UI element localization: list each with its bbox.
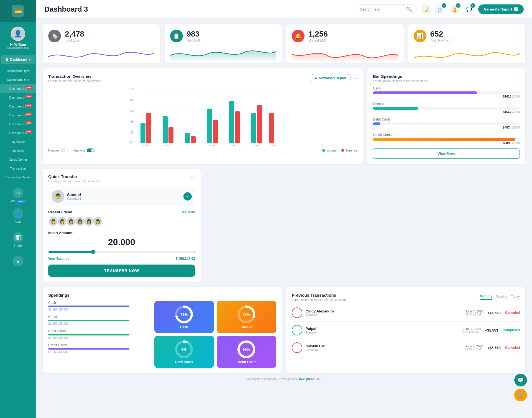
- sidebar-item-dashboard-7[interactable]: Dashboard 7 New: [0, 120, 36, 129]
- sidebar-item-transaction[interactable]: Transaction: [0, 164, 36, 173]
- notifications-badge: 12: [456, 3, 461, 8]
- sidebar-item-dashboard-5[interactable]: Dashboard 5 New: [0, 102, 36, 111]
- legend-income: Income: [322, 149, 336, 152]
- sidebar-item-dashboard-3[interactable]: Dashboard 3 New: [0, 84, 36, 93]
- quick-transfer-title: Quick Transfer: [48, 174, 103, 179]
- new-badge-5: New: [25, 104, 32, 107]
- spending-bar-debit: Debit Cards $487 /10000: [373, 117, 520, 129]
- friend-avatar-4[interactable]: 👩: [75, 216, 85, 226]
- svg-text:Wed: Wed: [209, 144, 215, 146]
- footer-brand-link[interactable]: DexignLab: [299, 377, 314, 381]
- donut-debit-label: Debit cards: [175, 360, 193, 364]
- message-icon: 💬: [466, 7, 472, 12]
- see-more-link[interactable]: See More: [181, 210, 195, 214]
- more-options-button[interactable]: ···: [353, 75, 357, 81]
- cms-icon: ⚙: [13, 188, 23, 198]
- friend-avatar-1[interactable]: 👩: [48, 216, 58, 226]
- bottom-row: Spendings Cash $1,567 /$5,000: [43, 287, 525, 373]
- sidebar-item-cms[interactable]: ⚙ CMSNew ›: [0, 184, 36, 205]
- analytics-toggle[interactable]: [87, 148, 94, 152]
- generate-report-button[interactable]: Generate Report 📈: [478, 4, 524, 14]
- stat-card-total-loan: 🏷️ 2,478 Total Loan: [43, 24, 160, 63]
- total-payment-icon: 📊: [414, 30, 426, 42]
- balance-label: Your Balance: [48, 257, 69, 261]
- balance-value: $ 456,345.62: [176, 257, 195, 261]
- amount-slider[interactable]: [48, 250, 195, 254]
- legend-expense: Expense: [341, 149, 357, 152]
- svg-text:Sat: Sat: [271, 144, 276, 146]
- view-more-button[interactable]: View More: [373, 148, 520, 159]
- grid-icon: ⊞: [6, 58, 8, 61]
- spendings-title: Spendings: [48, 293, 276, 298]
- friend-avatar-6[interactable]: 👩: [93, 216, 103, 226]
- tab-today[interactable]: Today: [511, 294, 520, 300]
- legend-analytics: Analytics: [73, 148, 94, 152]
- total-loan-number: 2,478: [65, 30, 84, 39]
- download-report-button[interactable]: ⬇ Download Report: [310, 74, 351, 82]
- sidebar-item-apps[interactable]: 🔷 Apps ›: [0, 205, 36, 229]
- svg-text:71%: 71%: [180, 312, 188, 317]
- unpaid-emi-icon: 🔔: [292, 30, 305, 42]
- sidebar-item-dashboard-light[interactable]: Dashboard Light: [0, 66, 36, 75]
- svg-rect-27: [229, 101, 234, 143]
- theme-toggle-button[interactable]: 🌙: [421, 4, 431, 14]
- support-fab[interactable]: 💬: [514, 374, 527, 386]
- logo-icon: 💳: [12, 5, 24, 17]
- page-title: Dashboard 3: [44, 5, 88, 14]
- sidebar-user: 👤 Hi,William william@gmail.com: [7, 22, 29, 53]
- sidebar-item-dashboard-dark[interactable]: Dashboard Dark: [0, 75, 36, 84]
- friend-avatar-2[interactable]: 👩: [57, 216, 67, 226]
- sidebar-item-favorites[interactable]: ★: [0, 253, 36, 270]
- transfer-now-button[interactable]: TRANSFER NOW: [48, 265, 195, 277]
- spending-list-checks: Checks $1,567 /$5,000: [48, 315, 150, 325]
- sidebar-item-transaction-details[interactable]: Transaction Details: [0, 173, 36, 182]
- friend-avatar-5[interactable]: 👩: [84, 216, 94, 226]
- sidebar-item-dashboard-8[interactable]: Dashboard 8 New: [0, 129, 36, 137]
- sidebar-item-cards-center[interactable]: Cards Center: [0, 155, 36, 164]
- svg-text:100: 100: [130, 88, 135, 91]
- friend-avatar-3[interactable]: 👩: [66, 216, 76, 226]
- search-box[interactable]: 🔍: [356, 4, 417, 14]
- sidebar-item-invoices[interactable]: Invoices: [0, 146, 36, 155]
- stat-card-total-payment: 📊 652 Total Payment: [408, 24, 526, 63]
- new-badge: New: [25, 86, 32, 89]
- svg-text:0: 0: [130, 141, 132, 144]
- cart-badge: 2: [442, 3, 446, 8]
- svg-text:Mon: Mon: [164, 144, 170, 146]
- middle-row: Transaction Overview Lorem ipsum dolor s…: [43, 68, 525, 282]
- sidebar-item-dashboard-4[interactable]: Dashboard 4 New: [0, 93, 36, 102]
- expense-dot: [341, 149, 344, 152]
- total-payment-label: Total Payment: [430, 39, 451, 42]
- donut-credit-label: Credit Cards: [236, 360, 256, 364]
- search-input[interactable]: [360, 7, 404, 11]
- unpaid-emi-label: Unpaid EMI: [308, 39, 328, 42]
- spending-bars: Cash $1415 /2000 Checks: [373, 86, 520, 145]
- spending-list-cash: Cash $1,567 /$5,000: [48, 301, 150, 311]
- sidebar-item-dashboard-6[interactable]: Dashboard 6 New: [0, 111, 36, 120]
- cart-icon: 🛒: [438, 7, 443, 12]
- table-row: ↑ Cindy Alexandro Transfer June 5, 2020 …: [292, 304, 520, 322]
- spending-list: Cash $1,567 /$5,000 Checks $1,567: [48, 301, 150, 368]
- messages-button[interactable]: 💬 5: [464, 4, 474, 14]
- svg-rect-25: [207, 109, 212, 143]
- dashboard-menu-button[interactable]: ⊞ Dashboard ▾: [1, 55, 36, 64]
- sidebar-item-my-wallet[interactable]: My Wallet: [0, 137, 36, 146]
- sidebar-logo: 💳: [0, 0, 36, 22]
- trans-info-1: Cindy Alexandro Transfer: [306, 309, 466, 317]
- tab-monthly[interactable]: Monthly: [480, 294, 492, 300]
- qt-user-info: 👨 Samuel @sam224: [52, 190, 81, 203]
- quick-transfer-more-button[interactable]: ···: [191, 174, 195, 180]
- download-icon: ⬇: [314, 76, 317, 80]
- total-payment-number: 652: [430, 30, 451, 39]
- spending-list-debit: Debit Cards $1,567 /$5,000: [48, 329, 150, 339]
- prev-trans-title: Previous Transactions: [292, 293, 346, 298]
- bar-spendings-more-button[interactable]: ···: [516, 74, 520, 80]
- sidebar-item-charts[interactable]: 📊 Charts ›: [0, 229, 36, 253]
- notifications-button[interactable]: 🔔 12: [449, 4, 460, 14]
- cart-fab[interactable]: 🛒: [514, 389, 527, 401]
- tab-weekly[interactable]: Weekly: [496, 294, 507, 300]
- tab-group: Monthly Weekly Today: [480, 294, 520, 300]
- recent-friend-label: Recent Friend: [48, 210, 72, 214]
- number-toggle[interactable]: [60, 148, 68, 152]
- cart-button[interactable]: 🛒 2: [435, 4, 446, 14]
